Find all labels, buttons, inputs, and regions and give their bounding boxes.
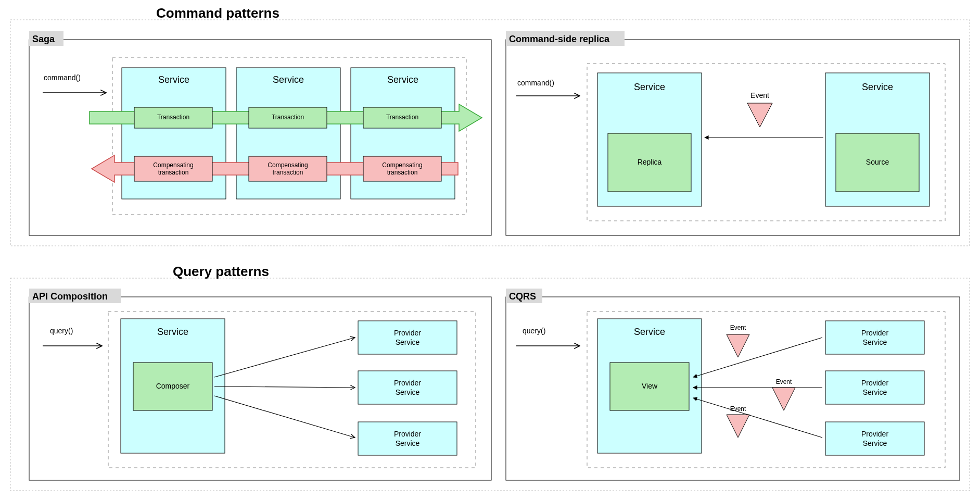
- cqrs-provider-2: Provider Service: [825, 371, 924, 404]
- saga-command-label: command(): [44, 73, 81, 82]
- saga-compensating-2-label-a: Compensating: [268, 161, 308, 169]
- saga-service-2-title: Service: [273, 74, 304, 85]
- api-provider-3-label-b: Service: [396, 439, 420, 447]
- replica-source-label: Source: [866, 158, 889, 166]
- replica-event-label: Event: [750, 91, 769, 99]
- api-provider-2: Provider Service: [358, 371, 457, 404]
- cqrs-service: Service View: [597, 319, 702, 453]
- saga-compensating-3: Compensating transaction: [363, 156, 441, 181]
- cqrs-event-label-1: Event: [730, 324, 746, 331]
- cqrs-event-marker-3: [727, 415, 749, 438]
- cqrs-provider-3-label-a: Provider: [861, 430, 888, 438]
- replica-service-right-title: Service: [862, 82, 893, 92]
- api-arrow-3: [214, 396, 355, 438]
- saga-compensating-3-label-a: Compensating: [382, 161, 422, 169]
- cqrs-arrow-1: [693, 338, 822, 377]
- api-panel-title: API Composition: [32, 291, 108, 302]
- cqrs-event-marker-2: [772, 388, 795, 410]
- cqrs-provider-3: Provider Service: [825, 422, 924, 455]
- query-section-title: Query patterns: [173, 264, 269, 279]
- saga-compensating-2: Compensating transaction: [249, 156, 327, 181]
- cqrs-provider-1-label-a: Provider: [861, 329, 888, 337]
- saga-transaction-2: Transaction: [249, 107, 327, 128]
- diagram-root: Command patterns Saga command() Service …: [0, 0, 980, 499]
- cqrs-arrow-3: [693, 398, 822, 438]
- api-provider-1-label-a: Provider: [394, 329, 421, 337]
- replica-service-left: Service Replica: [597, 73, 702, 206]
- cqrs-provider-2-label-b: Service: [863, 388, 887, 396]
- saga-transaction-1: Transaction: [134, 107, 212, 128]
- cqrs-panel-title: CQRS: [509, 291, 536, 302]
- cqrs-provider-3-label-b: Service: [863, 439, 887, 447]
- cqrs-provider-1-label-b: Service: [863, 338, 887, 346]
- cqrs-provider-1: Provider Service: [825, 321, 924, 354]
- cqrs-view-label: View: [642, 382, 658, 390]
- saga-transaction-3-label: Transaction: [386, 114, 418, 121]
- saga-compensating-1-label-b: transaction: [158, 169, 189, 176]
- replica-service-right: Service Source: [825, 73, 930, 206]
- saga-transaction-2-label: Transaction: [272, 114, 304, 121]
- api-provider-1-label-b: Service: [396, 338, 420, 346]
- saga-panel-title: Saga: [32, 34, 55, 44]
- api-provider-3: Provider Service: [358, 422, 457, 455]
- api-arrow-2: [214, 386, 355, 388]
- cqrs-event-label-3: Event: [730, 405, 746, 413]
- cqrs-event-label-2: Event: [776, 378, 792, 385]
- cqrs-provider-2-label-a: Provider: [861, 379, 888, 387]
- cqrs-query-label: query(): [523, 327, 545, 335]
- saga-service-1-title: Service: [158, 74, 189, 85]
- replica-service-left-title: Service: [634, 82, 665, 92]
- api-arrow-1: [214, 338, 355, 377]
- replica-panel-title: Command-side replica: [509, 34, 610, 44]
- saga-service-3-title: Service: [387, 74, 418, 85]
- api-service-title: Service: [157, 327, 188, 337]
- api-composer-label: Composer: [156, 382, 190, 390]
- command-section-title: Command patterns: [156, 5, 279, 21]
- replica-replica-label: Replica: [638, 158, 662, 166]
- replica-event-marker: [747, 103, 772, 127]
- saga-compensating-1-label-a: Compensating: [153, 161, 193, 169]
- api-provider-2-label-b: Service: [396, 388, 420, 396]
- replica-command-label: command(): [517, 79, 554, 87]
- saga-compensating-1: Compensating transaction: [134, 156, 212, 181]
- api-service: Service Composer: [121, 319, 225, 453]
- saga-compensating-3-label-b: transaction: [387, 169, 418, 176]
- cqrs-service-title: Service: [634, 327, 665, 337]
- saga-transaction-3: Transaction: [363, 107, 441, 128]
- api-provider-2-label-a: Provider: [394, 379, 421, 387]
- saga-compensating-2-label-b: transaction: [273, 169, 303, 176]
- cqrs-event-marker-1: [727, 334, 749, 357]
- api-provider-1: Provider Service: [358, 321, 457, 354]
- saga-transaction-1-label: Transaction: [157, 114, 189, 121]
- api-query-label: query(): [50, 327, 73, 335]
- api-provider-3-label-a: Provider: [394, 430, 421, 438]
